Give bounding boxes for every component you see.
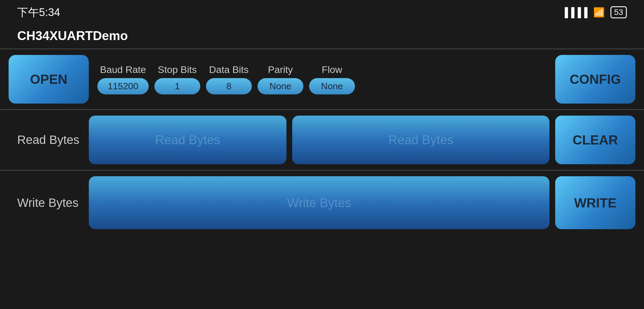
parity-value[interactable]: None bbox=[258, 78, 303, 94]
read-bytes-label: Read Bytes bbox=[9, 133, 83, 147]
battery-indicator: 53 bbox=[610, 6, 627, 18]
data-bits-label: Data Bits bbox=[209, 64, 249, 75]
signal-icon: ▐▐▐▐ bbox=[561, 7, 588, 18]
stop-bits-value[interactable]: 1 bbox=[154, 78, 200, 94]
data-bits-value[interactable]: 8 bbox=[206, 78, 252, 94]
read-area-2-placeholder: Read Bytes bbox=[388, 133, 453, 147]
write-area[interactable]: Write Bytes bbox=[89, 176, 549, 229]
stop-bits-group: Stop Bits 1 bbox=[154, 64, 200, 94]
data-bits-group: Data Bits 8 bbox=[206, 64, 252, 94]
clear-button[interactable]: CLEAR bbox=[555, 116, 635, 164]
write-bytes-label: Write Bytes bbox=[9, 196, 83, 210]
baud-rate-value[interactable]: 115200 bbox=[97, 78, 149, 94]
parity-group: Parity None bbox=[258, 64, 303, 94]
baud-rate-group: Baud Rate 115200 bbox=[97, 64, 149, 94]
write-button[interactable]: WRITE bbox=[555, 176, 635, 229]
config-params: Baud Rate 115200 Stop Bits 1 Data Bits 8… bbox=[97, 64, 547, 94]
status-time: 下午5:34 bbox=[17, 5, 60, 20]
flow-label: Flow bbox=[322, 64, 342, 75]
flow-value[interactable]: None bbox=[309, 78, 355, 94]
read-area-1[interactable]: Read Bytes bbox=[89, 116, 286, 164]
stop-bits-label: Stop Bits bbox=[158, 64, 197, 75]
config-button[interactable]: CONFIG bbox=[555, 55, 635, 104]
wifi-icon: 📶 bbox=[593, 7, 605, 18]
status-bar: 下午5:34 ▐▐▐▐ 📶 53 bbox=[0, 0, 644, 23]
write-row: Write Bytes Write Bytes WRITE bbox=[0, 171, 644, 235]
read-area-2[interactable]: Read Bytes bbox=[292, 116, 549, 164]
app-title: CH34XUARTDemo bbox=[17, 29, 128, 43]
read-area-1-placeholder: Read Bytes bbox=[155, 133, 220, 147]
open-button[interactable]: OPEN bbox=[9, 55, 89, 104]
status-icons: ▐▐▐▐ 📶 53 bbox=[561, 6, 627, 18]
baud-rate-label: Baud Rate bbox=[100, 64, 146, 75]
read-row: Read Bytes Read Bytes Read Bytes CLEAR bbox=[0, 110, 644, 170]
app-title-bar: CH34XUARTDemo bbox=[0, 23, 644, 49]
config-row: OPEN Baud Rate 115200 Stop Bits 1 Data B… bbox=[0, 49, 644, 109]
flow-group: Flow None bbox=[309, 64, 355, 94]
write-area-placeholder: Write Bytes bbox=[287, 196, 351, 210]
parity-label: Parity bbox=[268, 64, 293, 75]
